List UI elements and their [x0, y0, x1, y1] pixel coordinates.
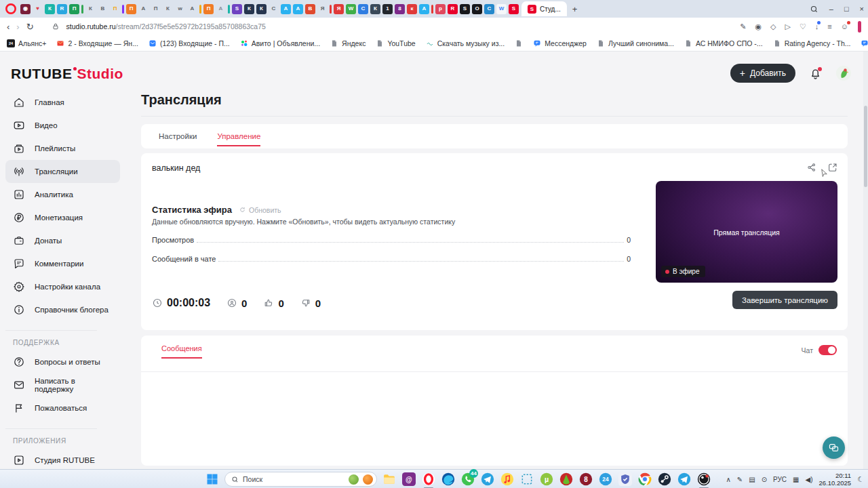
- bookmark-item[interactable]: Мессенджер: [533, 39, 587, 47]
- taskbar-app[interactable]: [480, 472, 495, 487]
- bookmark-item[interactable]: Лучший синонима...: [597, 39, 674, 47]
- window-restore-button[interactable]: □: [844, 5, 849, 13]
- night-mode-icon[interactable]: ☾: [857, 475, 864, 484]
- taskbar-app[interactable]: 8: [578, 472, 593, 487]
- browser-tab[interactable]: [199, 5, 201, 14]
- taskbar-app[interactable]: [677, 472, 692, 487]
- lock-icon[interactable]: [52, 22, 60, 30]
- taskbar-app[interactable]: [618, 472, 633, 487]
- taskbar-app[interactable]: [382, 472, 397, 487]
- avatar[interactable]: [835, 65, 852, 81]
- browser-tab[interactable]: Я: [317, 4, 328, 14]
- browser-tab[interactable]: [431, 5, 433, 14]
- new-tab-button[interactable]: +: [572, 4, 578, 14]
- browser-tab[interactable]: S: [509, 4, 519, 14]
- toolbar-icon[interactable]: ☺: [841, 22, 848, 30]
- browser-tab[interactable]: p: [435, 4, 446, 14]
- toolbar-icon[interactable]: ≡: [827, 22, 831, 30]
- browser-tab[interactable]: к: [407, 4, 417, 14]
- sidebar-item[interactable]: Монетизация: [5, 206, 120, 229]
- browser-tab[interactable]: А: [216, 4, 226, 14]
- browser-tab[interactable]: 1: [382, 4, 393, 14]
- tray-item[interactable]: ✎: [737, 476, 743, 483]
- sidebar-item[interactable]: Комментарии: [5, 252, 120, 275]
- browser-tab[interactable]: К: [370, 4, 380, 14]
- sidebar-item[interactable]: Настройки канала: [5, 275, 120, 298]
- browser-tab-active[interactable]: S Студ...: [521, 1, 567, 16]
- reload-button[interactable]: ↻: [26, 22, 34, 32]
- scrollbar[interactable]: [863, 52, 868, 469]
- stream-preview[interactable]: Прямая трансляция В эфире: [656, 181, 837, 283]
- browser-tab[interactable]: O: [472, 4, 482, 14]
- bookmark-item[interactable]: (123) Входящие - П...: [149, 39, 230, 47]
- browser-tab[interactable]: П: [203, 4, 214, 14]
- browser-tab[interactable]: C: [484, 4, 494, 14]
- browser-tab[interactable]: П: [110, 4, 120, 14]
- browser-tab[interactable]: П: [126, 4, 136, 14]
- taskbar-app[interactable]: [637, 472, 652, 487]
- tab-messages[interactable]: Сообщения: [161, 344, 202, 359]
- scrollbar-thumb[interactable]: [864, 106, 867, 187]
- rutube-studio-logo[interactable]: RUTUBEStudio: [11, 66, 123, 82]
- tray-item[interactable]: РУС: [773, 476, 787, 483]
- browser-tab[interactable]: ♥: [33, 4, 43, 14]
- tray-item[interactable]: ◀): [806, 476, 813, 483]
- browser-tab[interactable]: К: [163, 4, 173, 14]
- tray-item[interactable]: ⊙: [762, 476, 767, 483]
- back-button[interactable]: ‹: [7, 22, 9, 32]
- sidebar-item[interactable]: Трансляции: [5, 160, 120, 183]
- sidebar-item[interactable]: Вопросы и ответы: [5, 350, 120, 373]
- browser-tab[interactable]: В: [98, 4, 108, 14]
- taskbar-app[interactable]: [519, 472, 534, 487]
- tray-item[interactable]: ∧: [726, 476, 731, 483]
- browser-tab[interactable]: w: [175, 4, 185, 14]
- sidebar-item[interactable]: Студия RUTUBE: [5, 449, 120, 469]
- address-bar[interactable]: studio.rutube.ru/stream/2d37f5e5e52972b2…: [66, 22, 266, 30]
- support-chat-button[interactable]: [823, 436, 845, 459]
- taskbar-app[interactable]: [421, 472, 436, 487]
- start-button[interactable]: [205, 472, 220, 487]
- browser-tab[interactable]: А: [293, 4, 303, 14]
- browser-tab[interactable]: К: [256, 4, 267, 14]
- tray-item[interactable]: ▦: [793, 476, 799, 483]
- browser-tab[interactable]: Я: [334, 4, 344, 14]
- browser-tab[interactable]: С: [269, 4, 279, 14]
- end-stream-button[interactable]: Завершить трансляцию: [732, 291, 837, 309]
- toolbar-icon[interactable]: ◉: [755, 22, 762, 31]
- browser-tab[interactable]: W: [346, 4, 356, 14]
- sidebar-toggle-icon[interactable]: [858, 21, 861, 33]
- browser-tab[interactable]: К: [244, 4, 254, 14]
- browser-tab[interactable]: C: [358, 4, 368, 14]
- browser-tab[interactable]: [81, 5, 83, 14]
- taskbar-app[interactable]: [657, 472, 672, 487]
- bookmark-item[interactable]: 24Альянс+: [7, 39, 46, 47]
- bookmark-item[interactable]: АС НМИФО СПО -...: [684, 39, 763, 47]
- chat-toggle[interactable]: [818, 345, 837, 355]
- toolbar-icon[interactable]: ◇: [770, 22, 776, 31]
- browser-tab[interactable]: ◉: [20, 4, 31, 14]
- page-tab[interactable]: Управление: [217, 126, 260, 146]
- toolbar-icon[interactable]: ▷: [785, 22, 791, 31]
- sidebar-item[interactable]: Написать в поддержку: [5, 373, 120, 396]
- browser-tab[interactable]: А: [419, 4, 429, 14]
- browser-tab[interactable]: 8: [395, 4, 405, 14]
- browser-tab[interactable]: [228, 5, 230, 14]
- bookmark-item[interactable]: Яндекс: [330, 39, 366, 47]
- add-button[interactable]: +Добавить: [730, 64, 795, 83]
- tab-search-icon[interactable]: [810, 5, 818, 14]
- browser-tab[interactable]: S: [460, 4, 470, 14]
- window-minimize-button[interactable]: –: [829, 5, 833, 13]
- bookmark-item[interactable]: 2 - Входящие — Ян...: [56, 39, 138, 47]
- bookmark-item[interactable]: YouTube: [376, 39, 415, 47]
- bookmark-item[interactable]: [515, 39, 523, 47]
- browser-tab[interactable]: [122, 5, 124, 14]
- tray-item[interactable]: ▤: [749, 476, 755, 483]
- bookmark-item[interactable]: Авито | Объявлени...: [240, 39, 320, 47]
- toolbar-icon[interactable]: ↓: [815, 22, 819, 30]
- browser-tab[interactable]: S: [232, 4, 242, 14]
- toolbar-icon[interactable]: ♡: [800, 22, 806, 31]
- browser-tab[interactable]: W: [496, 4, 507, 14]
- sidebar-item[interactable]: Главная: [5, 91, 120, 114]
- window-close-button[interactable]: ×: [860, 5, 864, 13]
- sidebar-item[interactable]: Плейлисты: [5, 137, 120, 160]
